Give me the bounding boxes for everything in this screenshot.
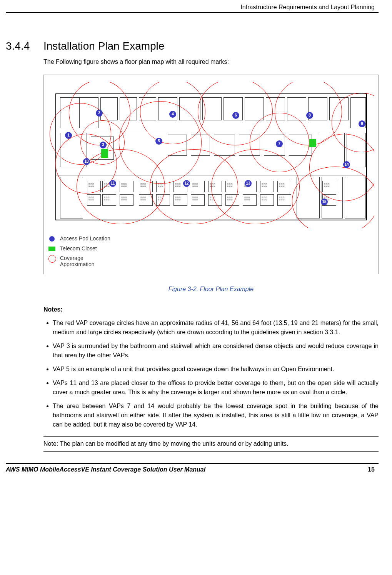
page-number: 15 bbox=[368, 466, 375, 473]
footer-rule bbox=[6, 463, 379, 464]
note-item: VAPs 11 and 13 are placed closer to the … bbox=[53, 378, 379, 397]
legend-closet-icon bbox=[48, 247, 55, 251]
floor-plan-canvas: 1 2 3 4 5 6 7 8 9 10 11 12 13 14 15 bbox=[48, 82, 374, 228]
coverage-circle bbox=[211, 149, 300, 224]
floor-plan-figure: 1 2 3 4 5 6 7 8 9 10 11 12 13 14 15 Acce… bbox=[43, 75, 379, 274]
telecom-closet bbox=[101, 149, 108, 158]
section-title: Installation Plan Example bbox=[43, 40, 164, 52]
footer-doc-title: AWS MIMO MobileAccessVE Instant Coverage… bbox=[6, 466, 205, 473]
figure-caption: Figure 3-2. Floor Plan Example bbox=[43, 285, 379, 293]
notes-list: The red VAP coverage circles have an app… bbox=[43, 318, 379, 429]
header-rule bbox=[6, 12, 379, 13]
page-header: Infrastructure Requirements and Layout P… bbox=[6, 4, 379, 12]
note-item: VAP 3 is surrounded by the bathroom and … bbox=[53, 342, 379, 360]
notes-heading: Notes: bbox=[43, 305, 379, 314]
note-item: The red VAP coverage circles have an app… bbox=[53, 318, 379, 337]
legend-pod-icon bbox=[49, 236, 55, 242]
note-item: VAP 5 is an example of a unit that provi… bbox=[53, 365, 379, 374]
section-number: 3.4.4 bbox=[6, 40, 43, 52]
intro-text: The Following figure shows a floor plan … bbox=[43, 58, 379, 66]
legend-coverage-icon bbox=[48, 255, 56, 263]
telecom-closet bbox=[309, 139, 316, 147]
boxed-note: Note: The plan can be modified at any ti… bbox=[43, 436, 379, 452]
legend-pod-label: Access Pod Location bbox=[60, 235, 110, 243]
figure-legend: Access Pod Location Telecom Closet Cover… bbox=[48, 235, 374, 268]
legend-coverage-label: Coverage Approximation bbox=[60, 255, 95, 268]
note-item: The area between VAPs 7 and 14 would pro… bbox=[53, 402, 379, 429]
legend-closet-label: Telecom Closet bbox=[60, 245, 97, 253]
